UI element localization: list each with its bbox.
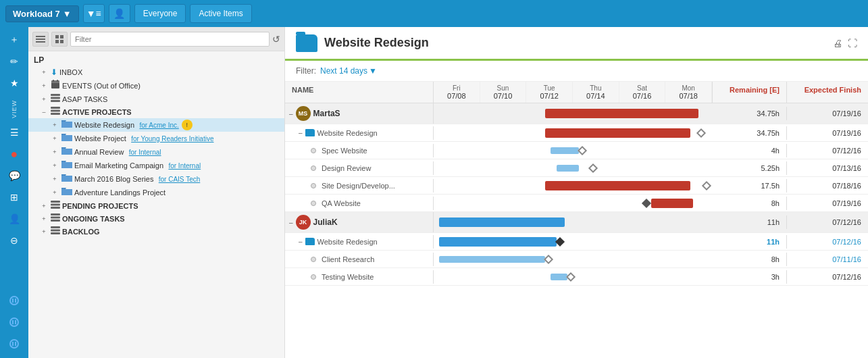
dot-site-design — [311, 183, 316, 188]
svg-rect-14 — [55, 40, 59, 43]
inbox-icon: ⬇ — [51, 68, 57, 77]
expand-blog-series[interactable]: + — [50, 174, 59, 184]
tree-item-email-marketing[interactable]: + Email Marketing Campaign for Internal — [28, 159, 284, 172]
tree-panel: ↺ LP + ⬇ INBOX + EVENTS (Out of Office) — [28, 27, 285, 358]
gantt-expected-spec-website: 07/12/16 — [787, 144, 868, 157]
gantt-bar-container-martas — [434, 107, 713, 120]
tree-item-asap[interactable]: + ASAP TASKS — [28, 93, 284, 105]
workload-label: Workload 7 — [13, 9, 60, 19]
tree-item-blog-series[interactable]: + March 2016 Blog Series for CAIS Tech — [28, 172, 284, 186]
diamond-site-design — [702, 180, 711, 190]
chat-icon[interactable]: 💬 — [3, 165, 26, 186]
gantt-remaining-juliak: 11h — [713, 215, 787, 229]
pause1-icon[interactable] — [3, 290, 26, 311]
expand-adventure[interactable]: + — [50, 188, 59, 197]
diamond-juliak-wr — [555, 236, 565, 246]
tree-view-btn-list[interactable] — [32, 32, 49, 47]
svg-rect-16 — [51, 82, 59, 88]
project-header: Website Redesign 🖨 ⛶ — [285, 27, 868, 61]
expand-events[interactable]: + — [39, 81, 49, 91]
tree-view-btn-grid[interactable] — [51, 32, 68, 47]
tree-item-website-project[interactable]: + Website Project for Young Readers Init… — [28, 132, 284, 145]
star-icon[interactable]: ★ — [3, 73, 26, 93]
folder-icon-website-project — [61, 133, 72, 144]
user-icon[interactable]: 👤 — [3, 209, 26, 229]
internal-link-2[interactable]: for Internal — [168, 162, 201, 170]
cais-tech-link[interactable]: for CAIS Tech — [159, 176, 201, 183]
expand-active-projects[interactable]: – — [39, 107, 49, 117]
svg-rect-7 — [12, 342, 14, 346]
tree-item-backlog[interactable]: + BACKLOG — [28, 225, 284, 238]
svg-point-3 — [10, 318, 18, 326]
folder-icon-blog-series — [61, 174, 72, 184]
acme-link[interactable]: for Acme Inc. — [139, 122, 178, 129]
settings-icon[interactable]: ⊖ — [3, 230, 26, 251]
grid-icon[interactable]: ⊞ — [3, 187, 26, 207]
expand-annual-review[interactable]: + — [50, 147, 59, 157]
gantt-row-testing-website: Testing Website 3h 07/12/16 — [285, 268, 868, 286]
gantt-row-name-client-research: Client Research — [285, 253, 434, 266]
edit-icon[interactable]: ✏ — [3, 51, 26, 72]
tree-filter-input[interactable] — [70, 32, 270, 47]
expand-asap[interactable]: + — [39, 95, 49, 104]
gantt-timeline-juliak — [434, 215, 713, 230]
gantt-timeline-client-research — [434, 252, 713, 267]
tree-item-active-projects[interactable]: – ACTIVE PROJECTS — [28, 105, 284, 118]
gantt-expected-testing-website: 07/12/16 — [787, 270, 868, 284]
young-readers-link[interactable]: for Young Readers Initiative — [131, 135, 213, 143]
expand-juliak[interactable]: – — [289, 219, 293, 226]
gantt-row-name-juliak: – JK JuliaK — [285, 212, 434, 232]
filter-button[interactable]: ▼≡ — [83, 4, 105, 23]
expand-juliak-wr[interactable]: – — [289, 238, 303, 245]
tree-root[interactable]: LP — [28, 54, 284, 66]
expand-martas[interactable]: – — [289, 110, 293, 118]
tree-refresh-button[interactable]: ↺ — [272, 34, 280, 45]
dot-client-research — [311, 257, 316, 262]
expand-pending[interactable]: + — [39, 201, 49, 211]
internal-link-1[interactable]: for Internal — [129, 149, 161, 156]
expand-website-redesign[interactable]: + — [50, 120, 59, 130]
gantt-bar-container-site-design — [434, 180, 713, 192]
expand-martas-wr[interactable]: – — [289, 129, 303, 136]
person-filter-button[interactable]: 👤 — [109, 4, 130, 23]
tree-item-adventure[interactable]: + Adventure Landings Project — [28, 186, 284, 199]
gantt-remaining-qa-website: 8h — [713, 197, 787, 210]
folder-icon-adventure — [61, 187, 72, 198]
filter-value-button[interactable]: Next 14 days ▼ — [320, 66, 377, 76]
gantt-row-juliak-wr: – Website Redesign 11h 07/12/16 — [285, 233, 868, 251]
workload-button[interactable]: Workload 7 ▼ — [5, 5, 79, 22]
expand-email-marketing[interactable]: + — [50, 161, 59, 170]
tree-item-website-redesign[interactable]: + Website Redesign for Acme Inc. ! — [28, 118, 284, 132]
everyone-button[interactable]: Everyone — [134, 4, 186, 23]
gantt-timeline-martas-wr — [434, 126, 713, 140]
tree-item-ongoing[interactable]: + ONGOING TASKS — [28, 212, 284, 225]
gantt-bar-qa-website — [651, 199, 693, 208]
main-layout: ＋ ✏ ★ VIEW ☰ ● 💬 ⊞ 👤 ⊖ — [0, 27, 868, 358]
tree-item-events[interactable]: + EVENTS (Out of Office) — [28, 78, 284, 93]
gantt-row-client-research: Client Research 8h 07/11/16 — [285, 251, 868, 268]
pause3-icon[interactable] — [3, 334, 26, 354]
gantt-timeline-spec-website — [434, 143, 713, 158]
expand-button[interactable]: ⛶ — [848, 38, 857, 49]
print-button[interactable]: 🖨 — [833, 38, 842, 49]
expand-backlog[interactable]: + — [39, 227, 49, 236]
notification-icon[interactable]: ● — [3, 144, 26, 164]
website-redesign-badge: ! — [182, 120, 193, 130]
expand-website-project[interactable]: + — [50, 134, 59, 143]
gantt-bar-client-research — [439, 256, 545, 263]
list-view-icon[interactable]: ☰ — [3, 122, 26, 143]
expand-ongoing[interactable]: + — [39, 214, 49, 224]
add-icon[interactable]: ＋ — [3, 30, 26, 50]
tree-item-pending[interactable]: + PENDING PROJECTS — [28, 199, 284, 212]
gantt-remaining-martas-wr: 34.75h — [713, 126, 787, 140]
gantt-row-name-juliak-wr: – Website Redesign — [285, 235, 434, 249]
gantt-expected-site-design: 07/18/16 — [787, 179, 868, 193]
active-items-button[interactable]: Active Items — [190, 4, 251, 23]
gantt-expected-martas-wr: 07/19/16 — [787, 126, 868, 140]
pause2-icon[interactable] — [3, 312, 26, 332]
expand-inbox[interactable]: + — [39, 68, 49, 77]
person-icon: 👤 — [113, 8, 125, 19]
tree-item-inbox[interactable]: + ⬇ INBOX — [28, 66, 284, 78]
tree-item-annual-review[interactable]: + Annual Review for Internal — [28, 145, 284, 159]
gantt-bar-design-review — [557, 165, 579, 172]
